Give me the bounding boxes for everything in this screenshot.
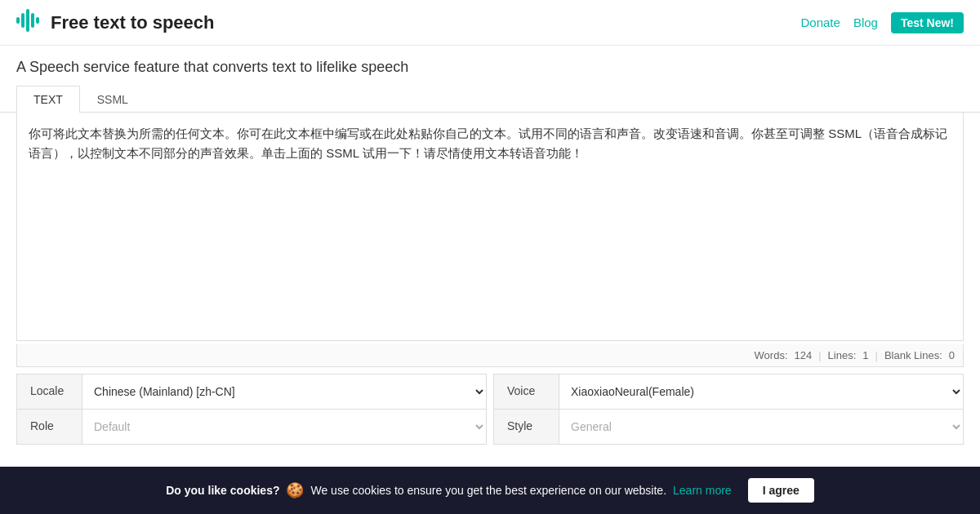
blog-link[interactable]: Blog xyxy=(853,16,878,29)
blank-lines-label: Blank Lines: xyxy=(884,349,942,361)
cookie-title: Do you like cookies? xyxy=(166,484,279,497)
cookie-message: We use cookies to ensure you get the bes… xyxy=(310,484,666,497)
cookie-agree-button[interactable]: I agree xyxy=(748,478,814,503)
voice-label: Voice xyxy=(494,374,559,409)
header-right: Donate Blog Test New! xyxy=(801,12,964,33)
blank-lines-value: 0 xyxy=(949,349,955,361)
cookie-emoji: 🍪 xyxy=(286,481,304,499)
style-label: Style xyxy=(494,410,559,444)
separator-2: | xyxy=(875,349,878,361)
svg-rect-0 xyxy=(16,17,20,24)
tab-ssml[interactable]: SSML xyxy=(80,86,145,113)
header-left: Free text to speech xyxy=(16,9,215,37)
style-select[interactable]: General xyxy=(559,410,963,444)
role-control: Role Default xyxy=(16,409,487,445)
app-title: Free text to speech xyxy=(51,12,215,33)
audio-wave-icon xyxy=(16,9,42,37)
controls-grid: Locale Chinese (Mainland) [zh-CN] Voice … xyxy=(16,374,964,445)
role-select[interactable]: Default xyxy=(82,410,486,444)
page-subtitle: A Speech service feature that converts t… xyxy=(0,46,980,86)
locale-select[interactable]: Chinese (Mainland) [zh-CN] xyxy=(82,374,486,409)
text-input[interactable]: 你可将此文本替换为所需的任何文本。你可在此文本框中编写或在此处粘贴你自己的文本。… xyxy=(16,113,964,341)
lines-label: Lines: xyxy=(828,349,857,361)
voice-select[interactable]: XiaoxiaoNeural(Female) xyxy=(559,374,963,409)
svg-rect-3 xyxy=(31,13,34,28)
tab-text[interactable]: TEXT xyxy=(16,86,80,113)
text-input-container: 你可将此文本替换为所需的任何文本。你可在此文本框中编写或在此处粘贴你自己的文本。… xyxy=(16,113,964,367)
lines-value: 1 xyxy=(862,349,868,361)
svg-rect-4 xyxy=(36,17,39,24)
test-new-button[interactable]: Test New! xyxy=(891,12,964,33)
words-label: Words: xyxy=(755,349,788,361)
tab-bar: TEXT SSML xyxy=(0,86,980,113)
svg-rect-1 xyxy=(21,13,24,28)
header: Free text to speech Donate Blog Test New… xyxy=(0,0,980,46)
separator-1: | xyxy=(818,349,821,361)
locale-control: Locale Chinese (Mainland) [zh-CN] xyxy=(16,374,487,410)
locale-label: Locale xyxy=(17,374,82,409)
cookie-learn-more-link[interactable]: Learn more xyxy=(673,484,732,497)
cookie-banner: Do you like cookies? 🍪 We use cookies to… xyxy=(0,467,980,514)
role-label: Role xyxy=(17,410,82,444)
donate-link[interactable]: Donate xyxy=(801,16,840,29)
words-value: 124 xyxy=(795,349,813,361)
style-control: Style General xyxy=(493,409,964,445)
voice-control: Voice XiaoxiaoNeural(Female) xyxy=(493,374,964,410)
svg-rect-2 xyxy=(26,9,29,32)
text-stats: Words: 124 | Lines: 1 | Blank Lines: 0 xyxy=(16,344,964,367)
